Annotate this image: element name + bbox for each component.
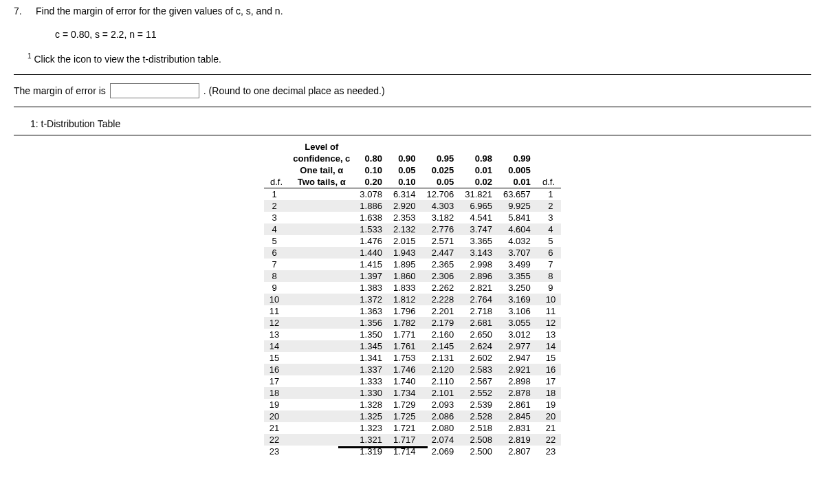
blank-cell [289,364,354,375]
value-cell: 1.372 [354,294,388,305]
value-cell: 1.886 [354,200,388,212]
df-right-cell: 9 [536,282,561,294]
header-row-levelof: Level of [264,141,561,153]
value-cell: 2.650 [459,329,498,340]
value-cell: 1.771 [388,329,421,340]
header-confidence-c: confidence, c [289,153,354,164]
question-row: 7. Find the margin of error for the give… [14,6,811,17]
df-left-cell: 14 [264,340,289,352]
table-row: 91.3831.8332.2622.8213.2509 [264,282,561,294]
margin-of-error-input[interactable] [110,83,199,98]
one-tail-text: One tail, α [300,165,343,175]
answer-label-after: . (Round to one decimal place as needed.… [204,85,385,96]
table-row: 71.4151.8952.3652.9983.4997 [264,259,561,270]
blank-cell [289,235,354,247]
value-cell: 2.228 [421,294,459,305]
value-cell: 2.776 [421,223,459,235]
df-right-cell: 3 [536,212,561,223]
header-levelof: Level of [289,141,354,153]
value-cell: 2.353 [388,212,421,223]
divider-mid [14,107,811,107]
df-left-cell: 20 [264,410,289,422]
table-row: 181.3301.7342.1012.5522.87818 [264,387,561,399]
table-row: 121.3561.7822.1792.6813.05512 [264,317,561,329]
table-row: 131.3501.7712.1602.6503.01213 [264,329,561,340]
blank-cell [289,446,354,457]
value-cell: 2.602 [459,352,498,364]
header-ot-2: 0.025 [421,164,459,176]
df-left-cell: 6 [264,247,289,259]
df-right-cell: 5 [536,235,561,247]
value-cell: 2.101 [421,387,459,399]
answer-row: The margin of error is . (Round to one d… [14,83,811,98]
question-prompt: Find the margin of error for the given v… [36,6,811,17]
df-right-cell: 22 [536,434,561,446]
value-cell: 1.397 [354,270,388,282]
df-right-cell: 11 [536,305,561,317]
df-right-cell: 15 [536,352,561,364]
value-cell: 2.571 [421,235,459,247]
value-cell: 2.583 [459,364,498,375]
value-cell: 4.541 [459,212,498,223]
df-left-cell: 10 [264,294,289,305]
value-cell: 2.819 [498,434,536,446]
value-cell: 3.012 [498,329,536,340]
df-right-cell: 10 [536,294,561,305]
value-cell: 1.753 [388,352,421,364]
df-left-cell: 9 [264,282,289,294]
header-row-confidence: confidence, c 0.80 0.90 0.95 0.98 0.99 [264,153,561,164]
t-table-wrap: Level of confidence, c 0.80 0.90 0.95 0.… [14,141,811,457]
header-c-4: 0.99 [498,153,536,164]
view-table-link[interactable]: Click the icon to view the t-distributio… [34,54,221,65]
blank-cell [289,270,354,282]
table-row: 171.3331.7402.1102.5672.89817 [264,375,561,387]
blank-cell [289,434,354,446]
header-tt-0: 0.20 [354,176,388,188]
value-cell: 2.552 [459,387,498,399]
value-cell: 2.921 [498,364,536,375]
value-cell: 1.725 [388,410,421,422]
value-cell: 2.131 [421,352,459,364]
value-cell: 2.080 [421,422,459,434]
df-left-cell: 23 [264,446,289,457]
value-cell: 2.539 [459,399,498,410]
value-cell: 1.833 [388,282,421,294]
df-left-cell: 7 [264,259,289,270]
value-cell: 2.977 [498,340,536,352]
blank-cell [289,305,354,317]
value-cell: 2.093 [421,399,459,410]
blank-cell [289,223,354,235]
value-cell: 1.415 [354,259,388,270]
df-right-cell: 14 [536,340,561,352]
df-right-cell: 23 [536,446,561,457]
df-right-cell: 16 [536,364,561,375]
value-cell: 1.761 [388,340,421,352]
header-df-right: d.f. [536,176,561,188]
value-cell: 4.032 [498,235,536,247]
header-tt-2: 0.05 [421,176,459,188]
blank-cell [289,375,354,387]
value-cell: 2.179 [421,317,459,329]
value-cell: 2.764 [459,294,498,305]
value-cell: 3.078 [354,188,388,200]
value-cell: 1.363 [354,305,388,317]
blank-cell [289,259,354,270]
value-cell: 1.330 [354,387,388,399]
table-row: 191.3281.7292.0932.5392.86119 [264,399,561,410]
value-cell: 1.734 [388,387,421,399]
value-cell: 2.831 [498,422,536,434]
header-tt-1: 0.10 [388,176,421,188]
df-left-cell: 22 [264,434,289,446]
value-cell: 4.604 [498,223,536,235]
df-right-cell: 2 [536,200,561,212]
question-number: 7. [14,6,26,17]
value-cell: 3.143 [459,247,498,259]
value-cell: 2.821 [459,282,498,294]
header-tt-3: 0.02 [459,176,498,188]
blank-cell [289,247,354,259]
divider-table-top [14,135,811,135]
value-cell: 1.740 [388,375,421,387]
table-row: 141.3451.7612.1452.6242.97714 [264,340,561,352]
header-c-3: 0.98 [459,153,498,164]
df-left-cell: 4 [264,223,289,235]
